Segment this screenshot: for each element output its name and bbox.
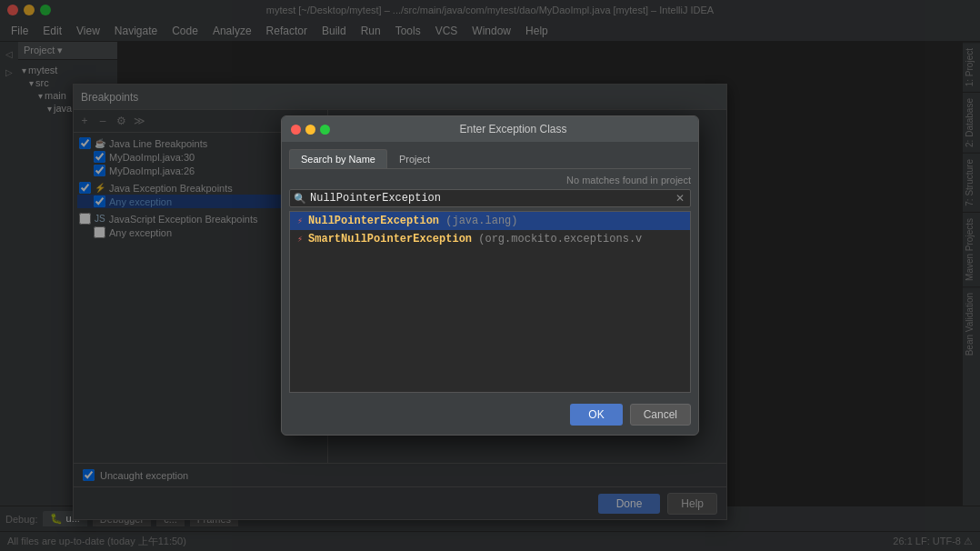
list-item-nullpointer[interactable]: ⚡ NullPointerException (java.lang) bbox=[290, 212, 690, 230]
list-item-class-0: NullPointerException (java.lang) bbox=[308, 215, 517, 227]
dialog-close-btn[interactable] bbox=[291, 125, 301, 135]
ok-button[interactable]: OK bbox=[570, 404, 622, 426]
exception-dialog: Enter Exception Class Search by Name Pro… bbox=[281, 115, 699, 436]
exception-dialog-footer: OK Cancel bbox=[289, 400, 691, 427]
exception-list: ⚡ NullPointerException (java.lang) ⚡ Sma… bbox=[289, 211, 691, 393]
dialog-overlay: Enter Exception Class Search by Name Pro… bbox=[0, 42, 980, 551]
exception-dialog-titlebar: Enter Exception Class bbox=[282, 116, 698, 142]
search-icon: 🔍 bbox=[294, 193, 306, 205]
exception-dialog-tabs: Search by Name Project bbox=[289, 149, 691, 169]
tab-search-by-name[interactable]: Search by Name bbox=[289, 149, 387, 168]
dialog-min-btn[interactable] bbox=[305, 125, 315, 135]
tab-project[interactable]: Project bbox=[387, 149, 442, 168]
exc-item-icon-1: ⚡ bbox=[297, 234, 303, 245]
exception-dialog-body: Search by Name Project No matches found … bbox=[282, 142, 698, 435]
list-item-smartnullpointer[interactable]: ⚡ SmartNullPointerException (org.mockito… bbox=[290, 230, 690, 248]
exception-search-row: 🔍 ✕ bbox=[289, 189, 691, 207]
dialog-window-controls bbox=[291, 125, 330, 135]
list-item-class-1: SmartNullPointerException (org.mockito.e… bbox=[308, 233, 642, 245]
dialog-max-btn[interactable] bbox=[320, 125, 330, 135]
exception-search-input[interactable] bbox=[310, 192, 670, 205]
exc-item-icon-0: ⚡ bbox=[297, 215, 303, 226]
exception-dialog-status: No matches found in project bbox=[289, 175, 691, 185]
cancel-button[interactable]: Cancel bbox=[630, 404, 691, 426]
exception-dialog-title: Enter Exception Class bbox=[337, 123, 689, 135]
search-clear-button[interactable]: ✕ bbox=[674, 192, 686, 205]
